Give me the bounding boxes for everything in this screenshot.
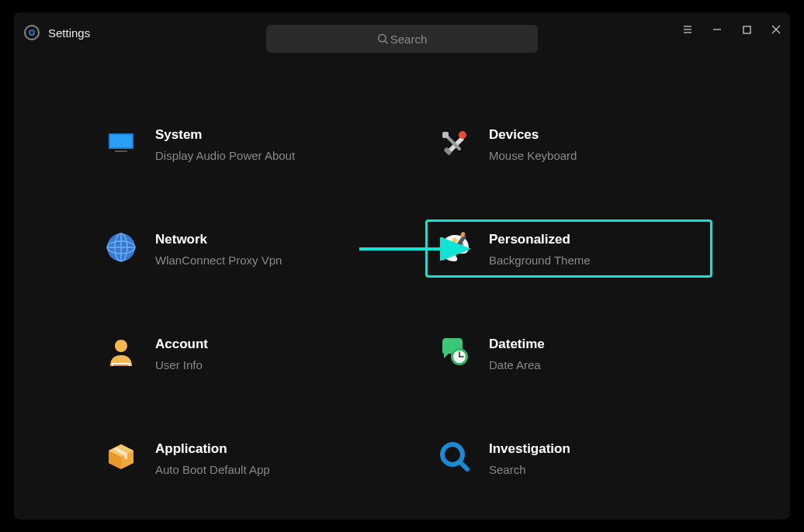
tile-datetime[interactable]: Datetime Date Area: [425, 324, 712, 382]
settings-window: Settings Search: [14, 12, 790, 520]
maximize-button[interactable]: [740, 23, 753, 36]
svg-point-24: [452, 238, 457, 243]
tile-title: Datetime: [489, 337, 545, 352]
tile-title: System: [155, 127, 295, 143]
tile-network[interactable]: Network WlanConnect Proxy Vpn: [92, 219, 379, 278]
svg-rect-31: [113, 364, 129, 366]
tools-icon: [438, 126, 472, 160]
svg-point-29: [115, 340, 127, 352]
palette-icon: [438, 230, 472, 264]
tile-personalized[interactable]: Personalized Background Theme: [425, 219, 712, 278]
tile-devices[interactable]: Devices Mouse Keyboard: [425, 115, 712, 173]
window-controls: [681, 23, 782, 36]
tile-title: Network: [155, 232, 282, 247]
svg-point-26: [445, 250, 449, 254]
svg-line-37: [460, 462, 467, 469]
svg-rect-9: [743, 26, 750, 33]
minimize-button[interactable]: [711, 23, 723, 36]
svg-point-2: [30, 31, 33, 34]
search-field-wrap: Search: [266, 25, 538, 53]
tile-subtitle: Background Theme: [489, 254, 591, 267]
svg-rect-17: [442, 132, 449, 138]
tile-title: Account: [155, 337, 208, 352]
tile-subtitle: Mouse Keyboard: [489, 149, 577, 162]
monitor-icon: [104, 126, 138, 160]
app-title: Settings: [48, 26, 90, 40]
close-button[interactable]: [770, 23, 782, 36]
globe-icon: [104, 230, 138, 264]
svg-rect-14: [115, 150, 127, 152]
tile-system[interactable]: System Display Audio Power About: [92, 115, 379, 173]
svg-point-23: [446, 242, 451, 247]
tile-subtitle: Date Area: [489, 358, 545, 371]
tile-title: Personalized: [489, 232, 591, 247]
tile-subtitle: Search: [489, 463, 570, 476]
tile-investigation[interactable]: Investigation Search: [425, 429, 712, 487]
tile-title: Investigation: [489, 441, 570, 457]
user-icon: [104, 335, 138, 369]
search-input[interactable]: [266, 25, 538, 53]
tile-title: Devices: [489, 127, 577, 143]
svg-rect-13: [110, 135, 132, 147]
tile-subtitle: Auto Boot Default App: [155, 463, 270, 476]
search-large-icon: [438, 440, 472, 474]
tile-account[interactable]: Account User Info: [92, 324, 379, 382]
settings-app-icon: [23, 24, 40, 41]
titlebar: Settings Search: [14, 12, 790, 53]
tile-application[interactable]: Application Auto Boot Default App: [92, 429, 379, 487]
menu-button[interactable]: [681, 23, 694, 36]
clock-chat-icon: [438, 335, 472, 369]
box-icon: [104, 440, 138, 474]
tile-subtitle: WlanConnect Proxy Vpn: [155, 254, 282, 267]
tile-subtitle: Display Audio Power About: [155, 149, 295, 162]
tile-title: Application: [155, 441, 270, 457]
svg-point-16: [459, 131, 466, 139]
settings-grid: System Display Audio Power About Devices…: [14, 53, 790, 487]
tile-subtitle: User Info: [155, 358, 208, 371]
